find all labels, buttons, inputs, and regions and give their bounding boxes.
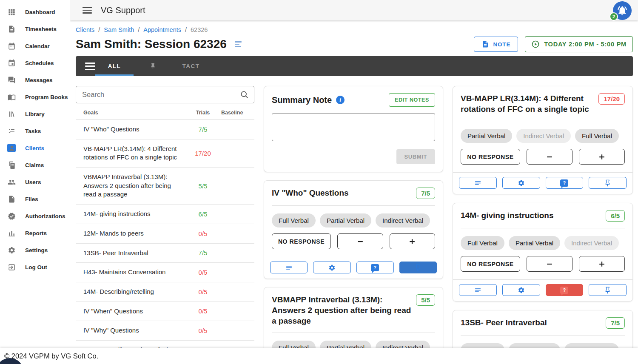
sidebar-item-files[interactable]: Files	[0, 191, 70, 208]
sidebar-item-timesheets[interactable]: Timesheets	[0, 20, 70, 37]
sidebar-item-clients[interactable]: Clients	[0, 139, 70, 156]
goal-card-title: IV "Who" Questions	[272, 188, 416, 198]
goal-help-button[interactable]: ?	[356, 262, 394, 273]
tab-all[interactable]: ALL	[95, 56, 134, 76]
sidebar-item-dashboard[interactable]: Dashboard	[0, 3, 70, 20]
minus-icon	[545, 260, 554, 268]
goal-card-title: VBMAPP Intraverbal (3.13M): Answers 2 qu…	[272, 294, 416, 326]
sidebar-item-authorizations[interactable]: Authorizations	[0, 208, 70, 225]
score-badge: 7/5	[416, 188, 435, 199]
top-app-bar: VG Support 2	[70, 0, 638, 20]
table-row[interactable]: IV "Why" Questions 0/5	[76, 321, 254, 341]
table-row[interactable]: IV "Who" Questions 7/5	[76, 120, 254, 139]
note-button[interactable]: NOTE	[474, 37, 518, 52]
goal-trials-value: 17/20	[185, 150, 221, 157]
goal-settings-button[interactable]	[313, 262, 350, 273]
response-chip[interactable]: Full Verbal	[272, 213, 316, 228]
goal-help-button[interactable]: ?	[546, 284, 584, 296]
table-row[interactable]: 14M- Describing/retelling 0/5	[76, 282, 254, 302]
sidebar-item-label: Log Out	[25, 264, 47, 270]
sidebar-item-program-books[interactable]: Program Books	[0, 88, 70, 105]
search-icon	[240, 90, 249, 99]
notes-lines-icon[interactable]	[235, 41, 242, 47]
increment-button[interactable]	[390, 233, 435, 249]
goal-notes-button[interactable]	[459, 177, 497, 189]
score-badge: 17/20	[598, 93, 625, 105]
response-chip[interactable]: Partial Verbal	[320, 213, 371, 228]
sidebar-item-settings[interactable]: Settings	[0, 242, 70, 259]
table-row[interactable]: VB-MAPP LR(3.14M): 4 Different rotations…	[76, 139, 254, 168]
response-chip[interactable]: Indirect Verbal	[516, 129, 571, 143]
breadcrumb-clients[interactable]: Clients	[76, 26, 94, 33]
info-icon[interactable]: i	[336, 96, 345, 104]
goals-table-body: IV "Who" Questions 7/5 VB-MAPP LR(3.14M)…	[76, 120, 254, 360]
goal-trials-value: 7/5	[185, 126, 221, 133]
table-row[interactable]: IV "When" Questions 0/5	[76, 302, 254, 321]
goal-pin-button[interactable]	[589, 284, 627, 296]
response-chip[interactable]: Full Verbal	[575, 129, 619, 143]
right-column: VB-MAPP LR(3.14M): 4 Different rotations…	[453, 86, 633, 364]
sidebar-item-claims[interactable]: Claims	[0, 156, 70, 173]
play-circle-icon	[531, 40, 540, 48]
decrement-button[interactable]	[337, 233, 383, 249]
response-chip[interactable]: Partial Verbal	[509, 236, 560, 250]
sidebar-item-schedules[interactable]: Schedules	[0, 54, 70, 71]
goal-pin-button[interactable]	[399, 262, 437, 273]
goal-notes-button[interactable]	[459, 284, 497, 296]
sidebar-item-label: Claims	[25, 162, 44, 168]
decrement-button[interactable]	[527, 256, 572, 272]
decrement-button[interactable]	[527, 149, 572, 165]
goal-help-button[interactable]: ?	[546, 177, 584, 189]
increment-button[interactable]	[579, 149, 625, 165]
goal-pin-button[interactable]	[589, 177, 627, 189]
tabs-menu-hamburger-icon[interactable]	[85, 63, 95, 70]
goal-trials-value: 0/5	[185, 230, 221, 237]
no-response-button[interactable]: NO RESPONSE	[461, 149, 520, 165]
goal-notes-button[interactable]	[270, 262, 308, 273]
table-row[interactable]: H43- Maintains Conversation 0/5	[76, 263, 254, 282]
breadcrumb-appointments[interactable]: Appointments	[143, 26, 181, 33]
tab-pinned[interactable]	[134, 56, 172, 76]
dashboard-grid-icon	[7, 7, 16, 17]
submit-button[interactable]: SUBMIT	[396, 149, 435, 164]
no-response-button[interactable]: NO RESPONSE	[461, 256, 520, 272]
session-time-button[interactable]: TODAY 2:00 PM - 5:00 PM	[525, 36, 633, 52]
sidebar-item-label: Timesheets	[25, 26, 57, 32]
sidebar-item-calendar[interactable]: Calendar	[0, 37, 70, 54]
goal-trials-value: 0/5	[185, 327, 221, 334]
sidebar-item-messages[interactable]: Messages	[0, 71, 70, 88]
plus-icon	[598, 260, 606, 268]
tab-tact[interactable]: TACT	[172, 56, 210, 76]
goal-trials-value: 6/5	[185, 210, 221, 218]
table-row[interactable]: 14M- giving instructions 6/5	[76, 205, 254, 224]
response-chip[interactable]: Indirect Verbal	[564, 236, 619, 250]
goal-card: VB-MAPP LR(3.14M): 4 Different rotations…	[453, 86, 633, 194]
table-row[interactable]: 12M- Mands to peers 0/5	[76, 224, 254, 244]
sidebar-item-label: Schedules	[25, 60, 54, 66]
sidebar-item-tasks[interactable]: Tasks	[0, 122, 70, 139]
sidebar-item-logout[interactable]: Log Out	[0, 259, 70, 276]
notifications-button[interactable]: 2	[613, 1, 632, 20]
edit-notes-button[interactable]: EDIT NOTES	[389, 93, 435, 107]
goal-name: 14M- giving instructions	[76, 210, 185, 219]
goal-name: 14M- Describing/retelling	[76, 287, 185, 296]
response-chip[interactable]: Indirect Verbal	[376, 213, 430, 228]
summary-note-card: Summary Note i EDIT NOTES SUBMIT	[264, 86, 443, 172]
sidebar-item-reports[interactable]: Reports	[0, 225, 70, 242]
table-row[interactable]: 13SB- Peer Intraverbal 7/5	[76, 244, 254, 263]
table-row[interactable]: VBMAPP Intraverbal (3.13M): Answers 2 qu…	[76, 168, 254, 205]
increment-button[interactable]	[579, 256, 625, 272]
column-goals: Goals	[76, 110, 185, 116]
response-chip[interactable]: Partial Verbal	[461, 129, 512, 143]
no-response-button[interactable]: NO RESPONSE	[272, 233, 331, 249]
sidebar-item-library[interactable]: Library	[0, 105, 70, 122]
summary-note-textarea[interactable]	[272, 113, 435, 141]
search-input[interactable]	[82, 91, 240, 99]
goal-settings-button[interactable]	[502, 177, 540, 189]
sidebar-item-label: Clients	[25, 145, 44, 151]
sidebar-item-users[interactable]: Users	[0, 173, 70, 191]
goal-settings-button[interactable]	[502, 284, 540, 296]
breadcrumb-client-name[interactable]: Sam Smith	[104, 26, 134, 33]
response-chip[interactable]: Full Verbal	[461, 236, 504, 250]
menu-hamburger-icon[interactable]	[83, 7, 92, 14]
